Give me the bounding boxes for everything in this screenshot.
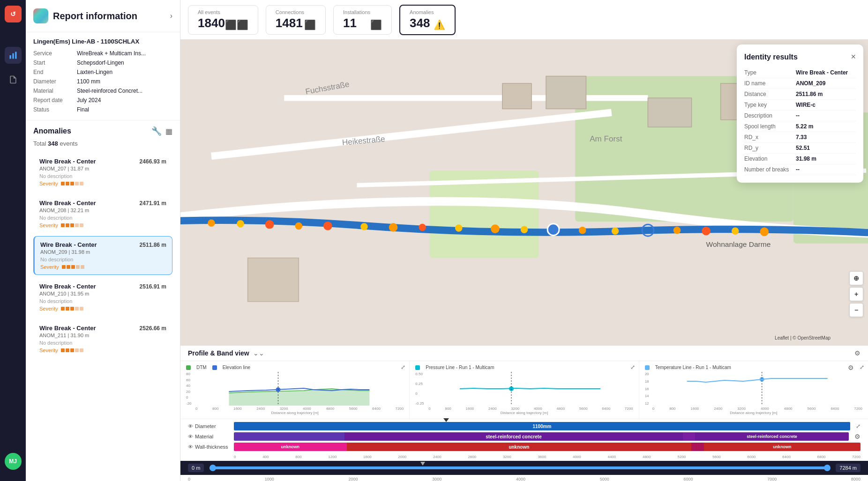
diameter-value: 1100 mm [77, 78, 100, 85]
zoom-out-button[interactable]: − [849, 303, 863, 317]
anomaly-item-208[interactable]: Wire Break - Center 2471.91 m ANOM_208 |… [33, 194, 172, 233]
svg-text:Wohnanlage Darme: Wohnanlage Darme [706, 240, 771, 248]
dtm-legend-dot [186, 365, 191, 370]
diameter-eye-icon[interactable]: 👁 [188, 423, 193, 429]
band-wall-seg3 [691, 443, 704, 451]
svg-point-25 [389, 223, 398, 232]
chart-elevation-expand[interactable]: ⤢ [401, 364, 405, 370]
timeline-thumb-start[interactable] [210, 465, 216, 471]
icon-bar: ↺ MJ [0, 0, 26, 481]
identity-val-desc: -- [796, 112, 800, 119]
stat-installations[interactable]: Installations 11 ⬛ [333, 5, 392, 35]
collapse-button[interactable]: › [170, 12, 172, 20]
material-label: Material [33, 88, 73, 94]
identity-header: Identity results × [744, 52, 856, 62]
stat-all-events[interactable]: All events 1840 ⬛⬛ [188, 5, 258, 35]
chart-pressure: Pressure Line - Run 1 - Multicam ⤢ 0.500… [410, 361, 639, 419]
chart-pressure-legend: Pressure Line - Run 1 - Multicam [415, 365, 633, 370]
identity-val-id: ANOM_209 [796, 80, 825, 87]
anomalies-title: Anomalies [33, 127, 148, 135]
identity-row-rdx: RD_x 7.33 [744, 132, 856, 143]
profile-settings-button[interactable]: ⚙ [854, 349, 861, 357]
band-diameter-marker [443, 418, 449, 422]
temperature-chart-area [652, 372, 862, 406]
anomaly-desc-210: No description [39, 298, 166, 304]
svg-point-27 [455, 224, 463, 232]
svg-rect-13 [546, 76, 586, 109]
chart-elevation: DTM Elevation line ⤢ 806040200-20 [180, 361, 410, 419]
timeline-thumb-end[interactable] [824, 465, 831, 471]
timeline-bar[interactable] [210, 466, 830, 469]
diameter-label: Diameter [33, 78, 73, 85]
chart-settings-button[interactable]: ⚙ [848, 364, 854, 371]
connections-label: Connections [276, 9, 304, 15]
wall-eye-icon[interactable]: 👁 [188, 444, 193, 450]
anomaly-item-207[interactable]: Wire Break - Center 2466.93 m ANOM_207 |… [33, 153, 172, 192]
svg-point-19 [208, 219, 215, 227]
identity-key-breaks: Number of breaks [744, 166, 796, 173]
anomalies-section: Anomalies 🔧 ▦ Total 348 events Wire Brea… [26, 120, 180, 481]
identity-row-type: Type Wire Break - Center [744, 67, 856, 78]
svg-point-28 [491, 224, 500, 233]
anomaly-dist-207: 2466.93 m [140, 158, 166, 165]
svg-point-31 [579, 227, 586, 234]
svg-point-22 [295, 222, 303, 230]
timeline-position-marker [420, 462, 425, 466]
anomaly-desc-211: No description [39, 340, 166, 346]
chart-temperature-expand[interactable]: ⤢ [860, 364, 864, 370]
anomaly-item-210[interactable]: Wire Break - Center 2516.91 m ANOM_210 |… [33, 278, 172, 317]
identity-row-id: ID name ANOM_209 [744, 78, 856, 89]
identity-key-type: Type [744, 69, 796, 76]
identity-val-spool: 5.22 m [796, 123, 813, 130]
band-material-label: 👁 Material [188, 434, 230, 439]
locate-button[interactable]: ⊕ [849, 271, 863, 285]
anomalies-label: Anomalies [410, 9, 434, 15]
grid-view-button[interactable]: ▦ [165, 127, 172, 136]
identity-key-desc: Description [744, 112, 796, 119]
identity-key-typekey: Type key [744, 102, 796, 108]
zoom-in-button[interactable]: + [849, 287, 863, 301]
band-distance-axis: 0400800120016002000240028003200360040004… [180, 454, 868, 461]
stat-connections[interactable]: Connections 1481 ⬛ [266, 5, 326, 35]
sidebar-item-doc[interactable] [5, 71, 22, 88]
anomaly-id-210: ANOM_210 | 31.95 m [39, 291, 166, 296]
identity-row-spool: Spool length 5.22 m [744, 121, 856, 132]
sidebar-item-chart[interactable] [5, 47, 22, 64]
band-wall-seg4: unknown [704, 443, 861, 451]
severity-207: Severity [39, 181, 166, 186]
material-eye-icon[interactable]: 👁 [188, 434, 193, 439]
main-content: All events 1840 ⬛⬛ Connections 1481 ⬛ In… [180, 0, 868, 481]
user-avatar[interactable]: MJ [5, 453, 22, 470]
all-events-label: All events [198, 9, 225, 15]
severity-209: Severity [40, 264, 166, 270]
identity-val-elevation: 31.98 m [796, 155, 816, 162]
close-identity-button[interactable]: × [851, 52, 856, 62]
identity-val-distance: 2511.86 m [796, 91, 823, 97]
anomaly-item-211[interactable]: Wire Break - Center 2526.66 m ANOM_211 |… [33, 319, 172, 358]
chart-pressure-expand[interactable]: ⤢ [630, 364, 635, 370]
identity-key-distance: Distance [744, 91, 796, 97]
anomaly-id-209: ANOM_209 | 31.98 m [40, 249, 166, 255]
identity-key-id: ID name [744, 80, 796, 87]
band-material-settings[interactable]: ⚙ [854, 433, 861, 440]
svg-point-36 [732, 228, 739, 235]
start-label: Start [33, 59, 73, 66]
anomaly-item-209[interactable]: Wire Break - Center 2511.86 m ANOM_209 |… [33, 236, 172, 275]
report-meta: Lingen(Ems) Line-AB - 1100SCHLAX Service… [26, 32, 180, 120]
end-label: End [33, 69, 73, 75]
band-wall-bar: unknown unknown unknown [234, 443, 861, 451]
severity-208: Severity [39, 222, 166, 228]
band-diameter-expand[interactable]: ⤢ [856, 423, 861, 429]
app-logo[interactable]: ↺ [5, 6, 22, 22]
pressure-y-axis: 0.500.250-0.25 [415, 372, 425, 406]
map-area[interactable]: Fuchsstraße Heikestraße Am Forst Wohnanl… [180, 40, 868, 345]
stat-anomalies[interactable]: Anomalies 348 ⚠️ [399, 5, 456, 35]
severity-210: Severity [39, 306, 166, 311]
svg-point-32 [612, 228, 619, 235]
band-row-wall: 👁 Wall-thickness unknown unknown unknown [188, 443, 861, 451]
profile-title: Profile & Band view [188, 349, 249, 357]
temperature-x-label: Distance along trajectory [m] [645, 411, 862, 415]
installations-value: 11 [343, 16, 370, 30]
profile-collapse-icon[interactable]: ⌄⌄ [253, 349, 264, 357]
temp-legend-dot [645, 365, 650, 370]
